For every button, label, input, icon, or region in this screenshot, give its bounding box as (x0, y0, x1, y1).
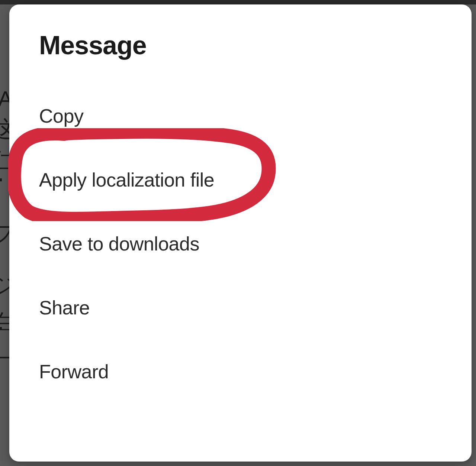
menu-list: Copy Apply localization file Save to dow… (39, 105, 442, 383)
menu-item-copy[interactable]: Copy (39, 105, 442, 127)
bg-char (0, 327, 2, 330)
modal-title: Message (39, 30, 442, 60)
menu-item-share[interactable]: Share (39, 297, 442, 319)
menu-item-apply-localization[interactable]: Apply localization file (39, 169, 442, 191)
message-context-menu: Message Copy Apply localization file Sav… (9, 4, 472, 462)
menu-item-save-downloads[interactable]: Save to downloads (39, 233, 442, 255)
bg-char (0, 178, 2, 181)
menu-item-forward[interactable]: Forward (39, 360, 442, 383)
